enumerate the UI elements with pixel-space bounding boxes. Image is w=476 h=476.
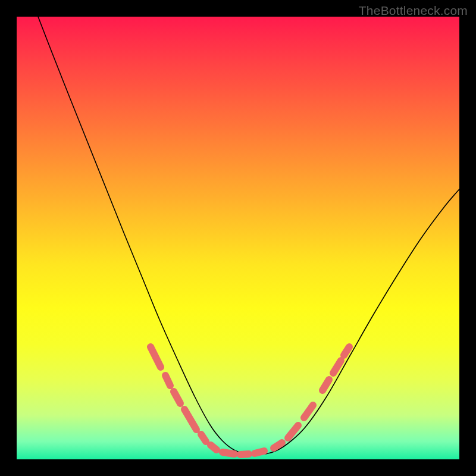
highlight-pill [174,392,180,403]
chart-gradient-frame [17,17,459,459]
highlight-pill [223,452,234,454]
highlight-pill [240,454,249,455]
highlight-pill [304,405,313,418]
attribution-text: TheBottleneck.com [359,4,468,18]
highlight-pill [211,445,217,450]
highlight-pill [151,347,161,367]
highlight-pill [274,443,282,448]
highlight-pill [165,375,170,386]
highlight-pill [255,451,264,453]
highlight-pill [344,347,349,355]
highlight-pills-group [151,347,349,455]
bottleneck-curve-path [38,17,459,455]
highlight-pill [201,434,206,441]
highlight-pill [333,361,341,373]
highlight-pill [322,380,329,390]
highlight-pill [184,409,196,430]
bottleneck-curve-svg [17,17,459,459]
